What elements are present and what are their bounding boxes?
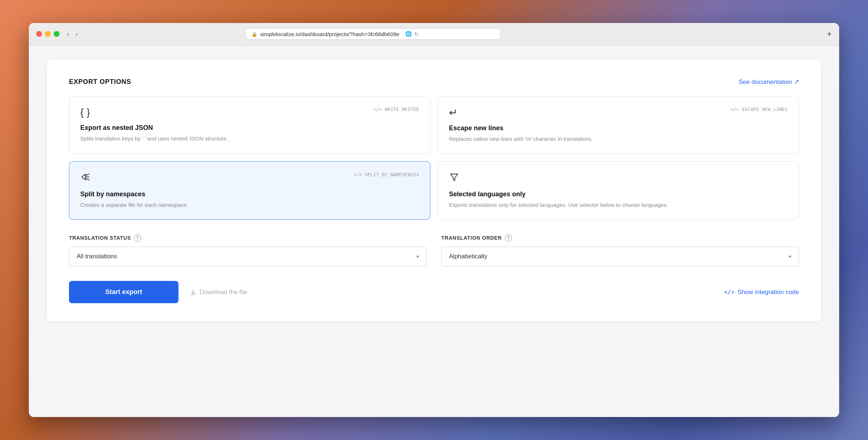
option-card-header-3: </> SPLIT_BY_NAMESPACES	[80, 172, 419, 185]
translation-order-dropdown-arrow: ▾	[789, 254, 791, 259]
browser-content: EXPORT OPTIONS See documentation ↗ { } <…	[29, 45, 839, 417]
close-button[interactable]	[36, 31, 42, 37]
download-file-button[interactable]: Download the file	[189, 289, 247, 296]
translation-order-help-icon[interactable]: ?	[505, 234, 512, 242]
option-card-header-2: ↵ </> ESCAPE_NEW_LINES	[449, 107, 788, 119]
back-button[interactable]: ‹	[65, 29, 70, 39]
code-icon: </>	[724, 289, 735, 296]
translation-order-section: TRANSLATION ORDER ? Alphabetically ▾	[441, 234, 799, 266]
escape-newlines-title: Escape new lines	[449, 124, 788, 132]
section-header: EXPORT OPTIONS See documentation ↗	[69, 78, 799, 86]
address-bar[interactable]: 🔒 simplelocalize.io/dashboard/projects/?…	[245, 28, 501, 40]
options-grid: { } </> WRITE_NESTED Export as nested JS…	[69, 96, 799, 220]
nav-buttons: ‹ ›	[65, 29, 79, 39]
selected-languages-desc: Exports translations only for selected l…	[449, 201, 788, 209]
lock-icon: 🔒	[251, 31, 257, 37]
download-icon	[189, 289, 197, 296]
translation-status-section: TRANSLATION STATUS ? All translations ▾	[69, 234, 427, 266]
nested-json-title: Export as nested JSON	[80, 124, 419, 132]
fullscreen-button[interactable]	[54, 31, 59, 37]
translation-sections: TRANSLATION STATUS ? All translations ▾ …	[69, 234, 799, 266]
split-namespaces-code: </> SPLIT_BY_NAMESPACES	[353, 172, 419, 177]
refresh-icon: ↻	[414, 31, 419, 37]
option-card-split-namespaces[interactable]: </> SPLIT_BY_NAMESPACES Split by namespa…	[69, 161, 430, 220]
see-documentation-link[interactable]: See documentation ↗	[739, 78, 799, 86]
page-content: EXPORT OPTIONS See documentation ↗ { } <…	[47, 60, 821, 321]
split-namespaces-desc: Creates a separate file for each namespa…	[80, 201, 419, 209]
translate-icon: 🌐	[405, 31, 412, 37]
traffic-lights	[36, 31, 59, 37]
nested-json-icon: { }	[80, 107, 90, 118]
nested-json-code: </> WRITE_NESTED	[373, 107, 419, 112]
translation-order-value: Alphabetically	[449, 253, 487, 260]
translation-status-dropdown-arrow: ▾	[416, 254, 419, 259]
action-bar: Start export Download the file </> Show …	[69, 281, 799, 303]
split-namespaces-icon	[80, 172, 91, 185]
translation-order-label: TRANSLATION ORDER ?	[441, 234, 799, 242]
escape-newlines-code: </> ESCAPE_NEW_LINES	[730, 107, 788, 112]
address-icons: 🌐 ↻	[405, 31, 419, 37]
forward-button[interactable]: ›	[74, 29, 79, 39]
option-card-header-4	[449, 172, 788, 185]
option-card-nested-json[interactable]: { } </> WRITE_NESTED Export as nested JS…	[69, 96, 430, 154]
new-tab-button[interactable]: +	[827, 29, 832, 39]
translation-order-dropdown[interactable]: Alphabetically ▾	[441, 247, 799, 266]
start-export-button[interactable]: Start export	[69, 281, 178, 303]
browser-chrome: ‹ › 🔒 simplelocalize.io/dashboard/projec…	[29, 23, 839, 45]
minimize-button[interactable]	[45, 31, 51, 37]
translation-status-dropdown[interactable]: All translations ▾	[69, 247, 427, 266]
nested-json-desc: Splits translation keys by '.' and uses …	[80, 135, 419, 143]
option-card-selected-languages[interactable]: Selected languages only Exports translat…	[438, 161, 799, 220]
translation-status-help-icon[interactable]: ?	[134, 234, 141, 242]
escape-newlines-desc: Replaces native new lines with '\n' char…	[449, 135, 788, 143]
export-options-title: EXPORT OPTIONS	[69, 78, 131, 86]
option-card-header: { } </> WRITE_NESTED	[80, 107, 419, 118]
show-integration-code-button[interactable]: </> Show integration code	[724, 289, 799, 296]
selected-languages-icon	[449, 172, 459, 185]
url-text: simplelocalize.io/dashboard/projects/?ha…	[260, 31, 400, 37]
split-namespaces-title: Split by namespaces	[80, 190, 419, 198]
escape-newlines-icon: ↵	[449, 107, 457, 119]
option-card-escape-newlines[interactable]: ↵ </> ESCAPE_NEW_LINES Escape new lines …	[438, 96, 799, 154]
browser-window: ‹ › 🔒 simplelocalize.io/dashboard/projec…	[29, 23, 839, 417]
translation-status-label: TRANSLATION STATUS ?	[69, 234, 427, 242]
translation-status-value: All translations	[77, 253, 117, 260]
selected-languages-title: Selected languages only	[449, 190, 788, 198]
